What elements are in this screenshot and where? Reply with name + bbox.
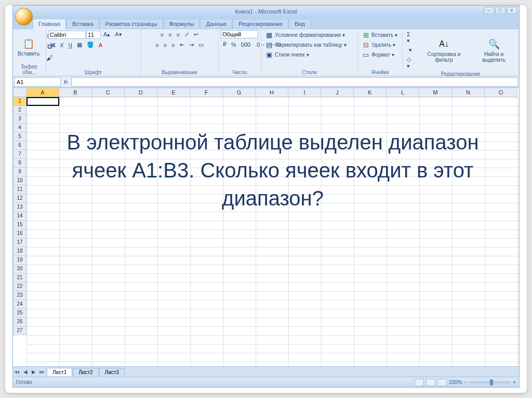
number-format-select[interactable] bbox=[221, 30, 258, 38]
row-header[interactable]: 9 bbox=[13, 168, 26, 176]
row-header[interactable]: 4 bbox=[13, 123, 26, 132]
row-header[interactable]: 22 bbox=[13, 282, 26, 291]
find-select-button[interactable]: 🔍 Найти и выделить bbox=[471, 36, 516, 64]
conditional-format-button[interactable]: ▦Условное форматирование ▾ bbox=[263, 30, 347, 39]
col-header[interactable]: L bbox=[387, 88, 419, 97]
italic-button[interactable]: К bbox=[58, 41, 65, 49]
row-header[interactable]: 11 bbox=[13, 185, 26, 194]
cell-grid[interactable]: В электронной таблице выделен диапазон я… bbox=[26, 97, 519, 366]
row-header[interactable]: 26 bbox=[13, 318, 26, 326]
col-header[interactable]: C bbox=[92, 88, 125, 97]
tab-home[interactable]: Главная bbox=[33, 19, 66, 29]
zoom-slider[interactable] bbox=[469, 381, 511, 383]
font-name-input[interactable] bbox=[48, 31, 86, 39]
col-header[interactable]: N bbox=[452, 88, 485, 97]
row-header[interactable]: 25 bbox=[13, 309, 26, 318]
view-normal-button[interactable] bbox=[415, 379, 424, 386]
col-header[interactable]: K bbox=[354, 88, 387, 97]
tab-page-layout[interactable]: Разметка страницы bbox=[100, 19, 163, 29]
bold-button[interactable]: Ж bbox=[48, 41, 58, 49]
row-header[interactable]: 8 bbox=[13, 159, 26, 168]
format-as-table-button[interactable]: ▤Форматировать как таблицу ▾ bbox=[263, 40, 348, 49]
tab-view[interactable]: Вид bbox=[289, 19, 311, 29]
select-all-corner[interactable] bbox=[13, 88, 26, 97]
align-left-button[interactable]: ≡ bbox=[153, 41, 161, 49]
align-middle-button[interactable]: ≡ bbox=[166, 31, 174, 39]
row-header[interactable]: 12 bbox=[13, 194, 26, 203]
row-header[interactable]: 21 bbox=[13, 273, 26, 282]
sheet-tab[interactable]: Лист1 bbox=[47, 368, 72, 376]
shrink-font-button[interactable]: A▾ bbox=[113, 30, 124, 39]
tab-review[interactable]: Рецензирование bbox=[233, 19, 288, 29]
orientation-button[interactable]: ⤢ bbox=[182, 30, 191, 39]
formula-bar[interactable] bbox=[71, 77, 518, 87]
grow-font-button[interactable]: A▴ bbox=[101, 30, 112, 39]
close-icon[interactable]: × bbox=[507, 7, 517, 14]
view-break-button[interactable] bbox=[437, 379, 447, 386]
sort-filter-button[interactable]: A↓ Сортировка и фильтр bbox=[418, 36, 470, 64]
maximize-icon[interactable]: □ bbox=[495, 7, 506, 14]
tab-formulas[interactable]: Формулы bbox=[164, 19, 200, 29]
row-header[interactable]: 14 bbox=[13, 212, 26, 221]
insert-cells-button[interactable]: ⊞Вставить ▾ bbox=[360, 30, 399, 39]
align-center-button[interactable]: ≡ bbox=[162, 41, 169, 49]
minimize-icon[interactable]: – bbox=[484, 7, 494, 14]
row-header[interactable]: 24 bbox=[13, 300, 26, 309]
row-header[interactable]: 23 bbox=[13, 291, 26, 300]
sheet-nav-next[interactable]: ▶ bbox=[30, 369, 38, 375]
align-right-button[interactable]: ≡ bbox=[169, 41, 177, 49]
row-header[interactable]: 6 bbox=[13, 141, 26, 150]
col-header[interactable]: B bbox=[59, 88, 92, 97]
row-header[interactable]: 5 bbox=[13, 132, 26, 141]
fx-button[interactable]: fx bbox=[62, 78, 70, 86]
indent-decrease-button[interactable]: ⇤ bbox=[178, 40, 187, 49]
sheet-nav-last[interactable]: ⏭ bbox=[38, 369, 46, 375]
underline-button[interactable]: Ч bbox=[66, 41, 74, 49]
col-header[interactable]: I bbox=[288, 88, 321, 97]
sheet-tab[interactable]: Лист2 bbox=[73, 368, 98, 376]
fill-button[interactable]: ▾ bbox=[405, 46, 417, 54]
font-size-input[interactable] bbox=[86, 31, 101, 39]
autosum-button[interactable]: Σ ▾ bbox=[405, 30, 417, 45]
font-color-button[interactable]: A bbox=[97, 41, 104, 49]
col-header[interactable]: G bbox=[223, 88, 256, 97]
col-header[interactable]: J bbox=[321, 88, 354, 97]
col-header[interactable]: E bbox=[157, 88, 190, 97]
row-header[interactable]: 1 bbox=[13, 97, 26, 106]
delete-cells-button[interactable]: ⊟Удалить ▾ bbox=[360, 40, 397, 49]
cell-styles-button[interactable]: ▣Стили ячеек ▾ bbox=[263, 50, 311, 59]
paste-button[interactable]: 📋 Вставить bbox=[15, 36, 42, 58]
merge-button[interactable]: ▭ bbox=[196, 40, 206, 49]
align-top-button[interactable]: ≡ bbox=[158, 31, 166, 39]
currency-button[interactable]: ₽ bbox=[221, 40, 229, 49]
tab-insert[interactable]: Вставка bbox=[66, 19, 99, 29]
row-header[interactable]: 2 bbox=[13, 106, 26, 115]
align-bottom-button[interactable]: ≡ bbox=[175, 31, 182, 39]
percent-button[interactable]: % bbox=[229, 40, 238, 49]
col-header[interactable]: H bbox=[256, 88, 288, 97]
tab-data[interactable]: Данные bbox=[200, 19, 232, 29]
row-header[interactable]: 20 bbox=[13, 265, 26, 273]
row-header[interactable]: 17 bbox=[13, 238, 26, 247]
col-header[interactable]: F bbox=[190, 88, 223, 97]
col-header[interactable]: A bbox=[26, 88, 59, 97]
comma-button[interactable]: 000 bbox=[239, 40, 252, 49]
office-button[interactable] bbox=[15, 8, 33, 25]
col-header[interactable]: D bbox=[125, 88, 157, 97]
row-header[interactable]: 27 bbox=[13, 326, 26, 335]
zoom-out-button[interactable]: − bbox=[464, 379, 467, 385]
format-cells-button[interactable]: ▭Формат ▾ bbox=[360, 50, 396, 59]
row-header[interactable]: 15 bbox=[13, 221, 26, 229]
name-box[interactable]: A1 bbox=[14, 77, 61, 87]
border-button[interactable]: ▦ bbox=[75, 40, 84, 49]
sheet-nav-first[interactable]: ⏮ bbox=[13, 369, 21, 375]
view-layout-button[interactable] bbox=[426, 379, 435, 386]
row-header[interactable]: 18 bbox=[13, 247, 26, 256]
sheet-nav-prev[interactable]: ◀ bbox=[21, 369, 30, 375]
row-header[interactable]: 19 bbox=[13, 256, 26, 265]
row-header[interactable]: 3 bbox=[13, 115, 26, 123]
row-header[interactable]: 13 bbox=[13, 203, 26, 212]
sheet-tab[interactable]: Лист3 bbox=[99, 368, 125, 376]
clear-button[interactable]: ◇ ▾ bbox=[405, 55, 417, 71]
row-header[interactable]: 10 bbox=[13, 176, 26, 185]
